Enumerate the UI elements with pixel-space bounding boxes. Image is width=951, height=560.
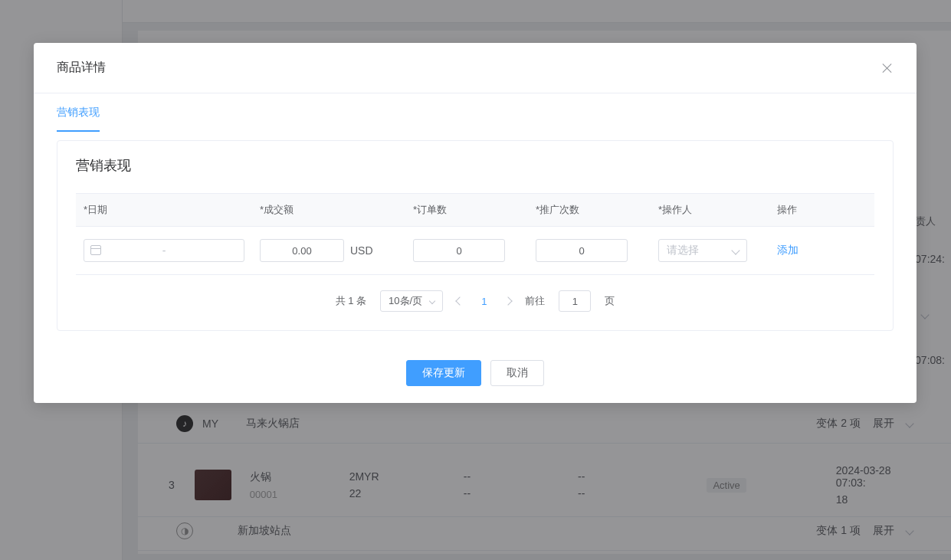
pagination-total: 共 1 条 bbox=[336, 294, 366, 308]
pagination: 共 1 条 10条/页 1 前往 页 bbox=[76, 275, 874, 315]
modal-header: 商品详情 bbox=[34, 43, 917, 93]
chevron-down-icon bbox=[429, 298, 435, 304]
date-separator: - bbox=[162, 244, 166, 257]
promo-input[interactable] bbox=[536, 239, 628, 262]
column-header-promo: *推广次数 bbox=[536, 203, 658, 217]
next-page-button[interactable] bbox=[504, 296, 513, 305]
modal-body: 营销表现 营销表现 *日期 *成交额 *订单数 *推广次数 *操作人 操作 bbox=[34, 93, 917, 346]
goto-suffix: 页 bbox=[605, 294, 615, 308]
operator-select[interactable]: 请选择 bbox=[658, 239, 747, 262]
column-header-amount: *成交额 bbox=[260, 203, 413, 217]
card-title: 营销表现 bbox=[76, 156, 874, 175]
table-row: - USD bbox=[76, 227, 874, 275]
goto-prefix: 前往 bbox=[525, 294, 545, 308]
page-size-select[interactable]: 10条/页 bbox=[380, 290, 443, 312]
currency-label: USD bbox=[350, 244, 373, 257]
prev-page-button[interactable] bbox=[455, 296, 464, 305]
column-header-action: 操作 bbox=[777, 203, 867, 217]
orders-input[interactable] bbox=[413, 239, 505, 262]
select-placeholder: 请选择 bbox=[667, 244, 699, 257]
date-range-picker[interactable]: - bbox=[84, 239, 244, 262]
modal-title: 商品详情 bbox=[57, 60, 106, 76]
cancel-button[interactable]: 取消 bbox=[490, 360, 544, 386]
save-button[interactable]: 保存更新 bbox=[406, 360, 481, 386]
page-number[interactable]: 1 bbox=[477, 296, 491, 307]
page-size-label: 10条/页 bbox=[389, 294, 422, 308]
modal-footer: 保存更新 取消 bbox=[34, 346, 917, 403]
column-header-date: *日期 bbox=[84, 203, 260, 217]
amount-input[interactable] bbox=[260, 239, 344, 262]
tabs: 营销表现 bbox=[57, 93, 894, 133]
product-detail-modal: 商品详情 营销表现 营销表现 *日期 *成交额 *订单数 *推广次数 *操作人 … bbox=[34, 43, 917, 403]
calendar-icon bbox=[90, 245, 101, 255]
chevron-down-icon bbox=[731, 246, 739, 254]
table-header: *日期 *成交额 *订单数 *推广次数 *操作人 操作 bbox=[76, 193, 874, 227]
close-icon[interactable] bbox=[881, 62, 894, 74]
tab-marketing[interactable]: 营销表现 bbox=[57, 93, 100, 132]
add-link[interactable]: 添加 bbox=[777, 244, 799, 256]
marketing-card: 营销表现 *日期 *成交额 *订单数 *推广次数 *操作人 操作 - bbox=[57, 140, 894, 331]
column-header-operator: *操作人 bbox=[658, 203, 777, 217]
goto-page-input[interactable] bbox=[559, 290, 591, 312]
modal-overlay[interactable]: 商品详情 营销表现 营销表现 *日期 *成交额 *订单数 *推广次数 *操作人 … bbox=[0, 0, 951, 560]
column-header-orders: *订单数 bbox=[413, 203, 536, 217]
